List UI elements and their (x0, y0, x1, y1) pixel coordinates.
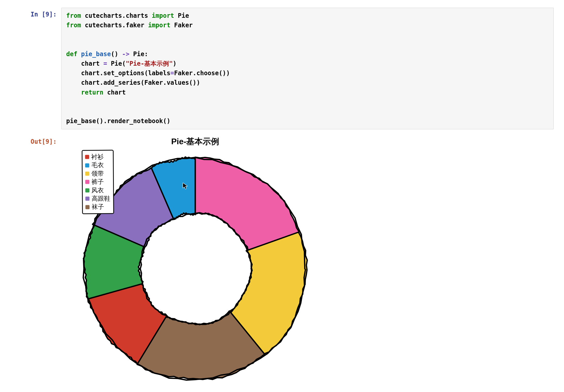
legend-swatch (85, 155, 89, 159)
input-cell: In [9]: from cutecharts.charts import Pi… (10, 8, 554, 129)
legend-label: 毛衣 (91, 161, 104, 169)
legend-label: 风衣 (91, 186, 104, 195)
chart-legend[interactable]: 衬衫毛衣领带裤子风衣高跟鞋袜子 (82, 150, 114, 214)
legend-swatch (85, 197, 89, 201)
in-prompt: In [9]: (10, 8, 61, 18)
legend-item[interactable]: 毛衣 (85, 161, 110, 169)
legend-label: 袜子 (92, 203, 104, 211)
kw-from: from (66, 12, 81, 19)
legend-swatch (85, 180, 89, 184)
out-prompt: Out[9]: (10, 135, 61, 145)
legend-item[interactable]: 风衣 (85, 186, 110, 194)
legend-item[interactable]: 高跟鞋 (85, 194, 110, 203)
code-editor[interactable]: from cutecharts.charts import Pie from c… (61, 8, 554, 129)
chart-title: Pie-基本示例 (72, 136, 319, 147)
legend-item[interactable]: 袜子 (86, 203, 110, 211)
legend-swatch (85, 172, 89, 176)
legend-item[interactable]: 领带 (85, 169, 110, 178)
pie-slice-裤子[interactable] (195, 157, 299, 250)
legend-swatch (85, 188, 89, 192)
legend-label: 衬衫 (91, 153, 104, 161)
legend-item[interactable]: 衬衫 (85, 153, 110, 161)
legend-item[interactable]: 裤子 (85, 178, 110, 186)
legend-swatch (86, 205, 90, 209)
legend-label: 高跟鞋 (91, 194, 110, 203)
legend-label: 领带 (91, 169, 104, 178)
chart-container: Pie-基本示例 衬衫毛衣领带裤子风衣高跟鞋袜子 (72, 136, 319, 387)
output-area: Pie-基本示例 衬衫毛衣领带裤子风衣高跟鞋袜子 (61, 135, 554, 387)
legend-label: 裤子 (91, 178, 104, 186)
legend-swatch (85, 163, 89, 167)
output-cell: Out[9]: Pie-基本示例 衬衫毛衣领带裤子风衣高跟鞋袜子 (10, 135, 554, 387)
